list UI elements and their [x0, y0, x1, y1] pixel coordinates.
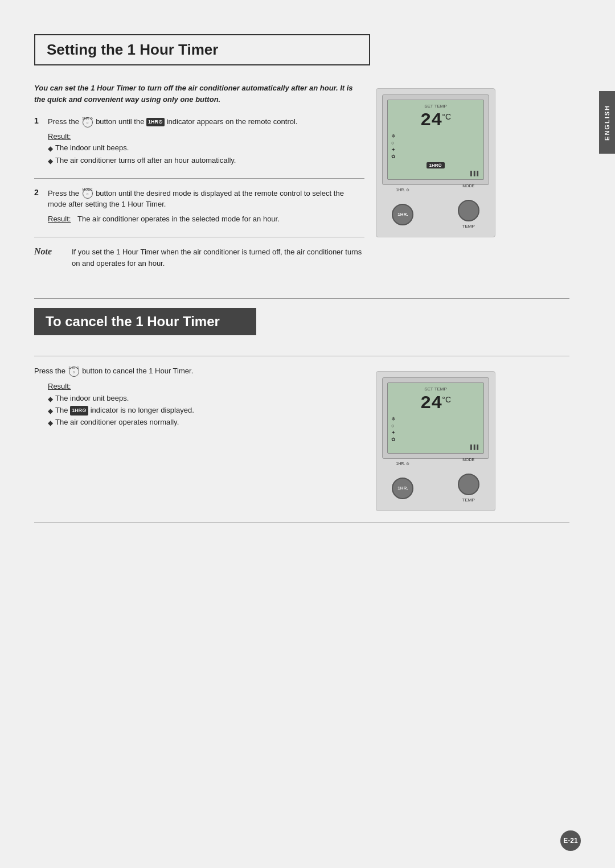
- step1-result-line: Result:: [48, 131, 364, 143]
- step2-result-text: The air conditioner operates in the sele…: [77, 213, 364, 225]
- bullet-diamond-4: ◆: [48, 406, 53, 417]
- step1-bullet2-text: The air conditioner turns off after an h…: [55, 155, 236, 167]
- temp-unit-2: °C: [442, 395, 451, 404]
- remote-display-1: SET TEMP 24 °C ❄ ○ ✦ ✿ 1HR: [382, 94, 489, 185]
- fan-icon-2: ✦: [391, 430, 396, 435]
- mode-btn-container-1: MODE TEMP: [458, 192, 479, 229]
- divider5: [34, 523, 569, 523]
- section2-title-box: To cancel the 1 Hour Timer: [34, 308, 256, 335]
- section2-bullet3-text: The air conditioner operates normally.: [55, 417, 179, 429]
- temp-value-1: 24: [420, 110, 442, 131]
- step1-text: Press the 1HR ⊙○ button until the 1HR⊙ i…: [48, 116, 364, 127]
- signal-bars-1: ▌▌▌: [391, 171, 480, 176]
- bullet-diamond-2: ◆: [48, 156, 53, 167]
- signal-bars-2: ▌▌▌: [391, 445, 480, 450]
- temp-btn-label-1: TEMP: [458, 224, 479, 229]
- remote-buttons-area-2: 1HR. ⊙ 1HR. MODE TEMP: [382, 463, 489, 505]
- section2-bullet3: ◆ The air conditioner operates normally.: [48, 417, 364, 429]
- step1-bullet1-text: The indoor unit beeps.: [55, 142, 129, 154]
- step1-header: 1 Press the 1HR ⊙○ button until the 1HR⊙…: [34, 116, 364, 127]
- sun-icon: ○: [391, 140, 394, 146]
- section2-text-col: Press the 1HR ⊙○ button to cancel the 1 …: [34, 365, 364, 511]
- 1hr-btn-top-label-1: 1HR. ⊙: [396, 188, 409, 192]
- 1hr-button-icon: 1HR ⊙○: [83, 117, 93, 127]
- mode-btn-2[interactable]: [458, 474, 479, 495]
- fan-icon: ✦: [391, 147, 396, 153]
- 1hr-btn-container-2: 1HR. ⊙ 1HR.: [392, 470, 413, 499]
- divider1: [34, 178, 364, 179]
- remote-image-1: SET TEMP 24 °C ❄ ○ ✦ ✿ 1HR: [376, 83, 507, 281]
- mode-button-icon: MODE○: [83, 188, 93, 199]
- divider3: [34, 298, 569, 299]
- english-tab-label: ENGLISH: [604, 105, 610, 141]
- remote-control-1: SET TEMP 24 °C ❄ ○ ✦ ✿ 1HR: [376, 88, 495, 237]
- step2: 2 Press the MODE○ button until the desir…: [34, 188, 364, 225]
- bullet-diamond-5: ◆: [48, 418, 53, 429]
- mode-btn-top-label-1: MODE: [462, 184, 474, 188]
- step1-number: 1: [34, 116, 43, 125]
- section1-title: Setting the 1 Hour Timer: [47, 41, 358, 59]
- mode-btn-container-2: MODE TEMP: [458, 466, 479, 503]
- temp-btn-label-2: TEMP: [458, 497, 479, 503]
- step1-bullet1: ◆ The indoor unit beeps.: [48, 142, 364, 154]
- 1hr-indicator: 1HR⊙: [146, 118, 165, 127]
- mode-btn-top-label-2: MODE: [462, 458, 474, 462]
- english-tab: ENGLISH: [599, 91, 615, 154]
- section2-block: To cancel the 1 Hour Timer Press the 1HR…: [34, 298, 569, 523]
- bullet-diamond-1: ◆: [48, 143, 53, 154]
- set-temp-label-2: SET TEMP: [391, 386, 480, 392]
- section2-bullet2: ◆ The 1HR⊙ indicator is no longer displa…: [48, 405, 364, 417]
- section2-result-line: Result:: [48, 381, 364, 393]
- 1hr-button-icon-2: 1HR ⊙○: [69, 367, 79, 377]
- dry-icon-2: ✿: [391, 437, 396, 442]
- 1hr-btn-1[interactable]: 1HR.: [392, 204, 413, 225]
- page-number-text: E-21: [563, 837, 577, 845]
- 1hr-indicator-display-1: 1HR⊙: [427, 162, 444, 168]
- remote-buttons-area-1: 1HR. ⊙ 1HR. MODE TEMP: [382, 190, 489, 231]
- step2-header: 2 Press the MODE○ button until the desir…: [34, 188, 364, 210]
- section2-bullet1-text: The indoor unit beeps.: [55, 393, 129, 405]
- remote-image-2: SET TEMP 24 °C ❄ ○ ✦ ✿ ▌▌▌: [376, 365, 507, 511]
- sun-icon-2: ○: [391, 423, 394, 429]
- section2-bullet1: ◆ The indoor unit beeps.: [48, 393, 364, 405]
- section2-title: To cancel the 1 Hour Timer: [46, 314, 245, 330]
- 1hr-btn-label-2: 1HR.: [397, 486, 408, 491]
- temp-unit-1: °C: [442, 112, 451, 121]
- note-section: Note If you set the 1 Hour Timer when th…: [34, 246, 364, 270]
- section1-intro: You can set the 1 Hour Timer to turn off…: [34, 83, 364, 105]
- set-temp-label-1: SET TEMP: [391, 104, 480, 109]
- remote-screen-2: SET TEMP 24 °C ❄ ○ ✦ ✿ ▌▌▌: [387, 382, 484, 454]
- divider2: [34, 237, 364, 237]
- snowflake-icon: ❄: [391, 133, 396, 139]
- step1-bullet2: ◆ The air conditioner turns off after an…: [48, 155, 364, 167]
- step1-result-label: Result:: [48, 131, 75, 143]
- remote-display-2: SET TEMP 24 °C ❄ ○ ✦ ✿ ▌▌▌: [382, 377, 489, 459]
- step2-text: Press the MODE○ button until the desired…: [48, 188, 364, 210]
- section1-content: You can set the 1 Hour Timer to turn off…: [34, 83, 569, 281]
- step2-number: 2: [34, 188, 43, 197]
- section2-result-label: Result:: [48, 381, 75, 393]
- 1hr-indicator-inline-2: 1HR⊙: [70, 406, 88, 415]
- section2-press-text: Press the 1HR ⊙○ button to cancel the 1 …: [34, 365, 364, 377]
- 1hr-btn-2[interactable]: 1HR.: [392, 478, 413, 499]
- section2-content: Press the 1HR ⊙○ button to cancel the 1 …: [34, 365, 569, 511]
- mode-btn-1[interactable]: [458, 200, 479, 221]
- bullet-diamond-3: ◆: [48, 394, 53, 405]
- step1: 1 Press the 1HR ⊙○ button until the 1HR⊙…: [34, 116, 364, 167]
- section1-title-box: Setting the 1 Hour Timer: [34, 34, 370, 65]
- 1hr-btn-top-label-2: 1HR. ⊙: [396, 462, 409, 466]
- 1hr-btn-label-1: 1HR.: [397, 212, 408, 217]
- section1-text-column: You can set the 1 Hour Timer to turn off…: [34, 83, 364, 281]
- note-label: Note: [34, 246, 63, 257]
- note-text: If you set the 1 Hour Timer when the air…: [72, 246, 364, 270]
- page-number: E-21: [560, 830, 581, 851]
- step2-result-label: Result:: [48, 213, 75, 225]
- divider4: [34, 356, 569, 356]
- main-content: Setting the 1 Hour Timer You can set the…: [34, 34, 569, 532]
- 1hr-btn-container-1: 1HR. ⊙ 1HR.: [392, 196, 413, 225]
- temp-value-2: 24: [420, 393, 442, 414]
- snowflake-icon-2: ❄: [391, 416, 396, 422]
- dry-icon: ✿: [391, 154, 396, 159]
- step2-result-line: Result: The air conditioner operates in …: [48, 213, 364, 225]
- section2-bullet2-text: The 1HR⊙ indicator is no longer displaye…: [55, 405, 194, 417]
